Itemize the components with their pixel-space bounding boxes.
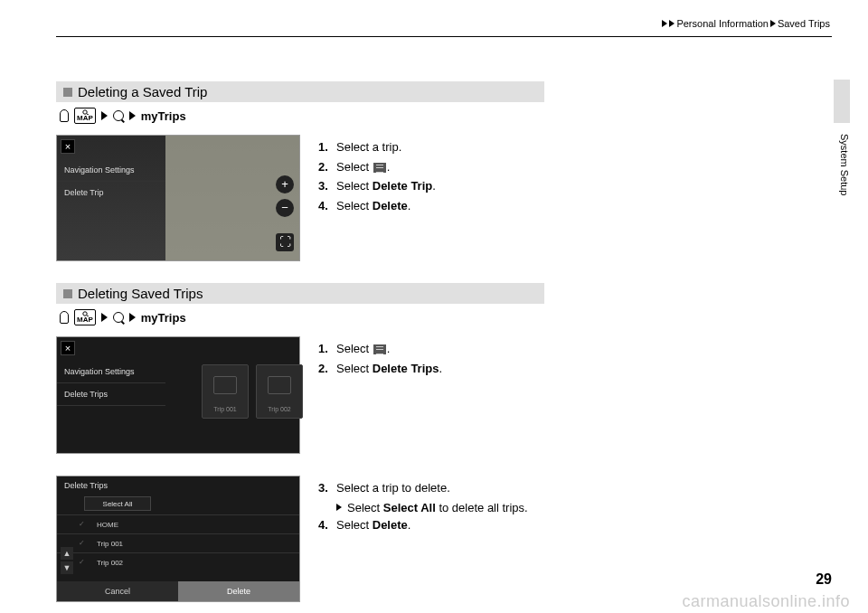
step-text: Select [347,501,383,514]
menu-item: Delete Trips [57,383,165,406]
instructions: 1.Select . 2.Select Delete Trips. [318,336,442,454]
side-tab-indicator [834,80,850,123]
side-tab-label: System Setup [834,127,850,195]
zoom-out-icon: − [276,199,294,217]
select-all-button: Select All [84,496,151,511]
menu-item: Navigation Settings [57,159,165,182]
scroll-arrows: ▲ ▼ [61,547,73,574]
chevron-right-icon [101,111,108,120]
step-bold: Delete Trip [373,179,432,193]
map-label: MAP [77,316,93,324]
trip-card-label: Trip 002 [268,406,290,412]
header-rule [56,36,832,37]
menu-item: Delete Trip [57,182,165,204]
section-title: Deleting Saved Trips [78,286,203,301]
list-item: ✓Trip 001 [57,533,299,552]
step-text: Select [336,518,373,532]
menu-item: Navigation Settings [57,361,165,383]
cancel-button: Cancel [57,581,178,601]
delete-button: Delete [178,581,299,601]
watermark: carmanualsonline.info [682,592,850,611]
step-text: Select [336,342,373,355]
chevron-right-icon [129,313,136,322]
list-item-label: Trip 002 [97,559,123,567]
step-text: Select [336,179,373,193]
map-button-icon: MAP [74,309,96,325]
trip-card: Trip 001 [202,364,249,419]
screenshot-delete-list: Delete Trips Select All ✓HOME ✓Trip 001 … [56,476,300,602]
nav-path: MAP myTrips [60,108,544,124]
step-bold: Delete [373,199,408,212]
chevron-right-icon [770,20,776,27]
step-text: Select a trip. [336,138,401,156]
nav-path: MAP myTrips [60,309,544,325]
breadcrumb-part: Saved Trips [778,18,830,29]
square-bullet-icon [63,289,72,298]
step-bold: Delete [373,518,408,532]
menu-icon [373,163,386,173]
chevron-right-icon [669,20,675,27]
trip-card-label: Trip 001 [213,406,236,412]
mytrips-label: myTrips [141,109,186,123]
chevron-down-icon: ▼ [61,561,73,574]
chevron-right-icon [662,20,667,27]
step-text: Select [336,199,373,212]
screenshot-trip-cards: × Navigation Settings Delete Trips Trip … [56,336,300,454]
section-title: Deleting a Saved Trip [78,84,207,99]
step-bold: Delete Trips [373,362,439,375]
screenshot-delete-trip: × Navigation Settings Delete Trip + − ⛶ [56,135,300,261]
chevron-right-icon [336,504,342,511]
touch-icon [60,311,69,324]
map-button-icon: MAP [74,108,96,124]
step-text: Select [336,362,373,375]
chevron-right-icon [129,111,136,120]
check-icon: ✓ [79,539,88,548]
step-text: . [408,518,411,532]
instructions: 1.Select a trip. 2.Select . 3.Select Del… [318,135,436,261]
step-text: . [439,362,442,375]
zoom-in-icon: + [276,175,294,193]
check-icon: ✓ [79,558,88,567]
list-item: ✓Trip 002 [57,552,299,571]
trip-card: Trip 002 [256,364,303,419]
square-bullet-icon [63,88,72,97]
chevron-right-icon [101,313,108,322]
step-text: to delete all trips. [436,501,528,514]
expand-icon: ⛶ [276,233,294,251]
dialog-title: Delete Trips [57,476,299,495]
step-text: Select a trip to delete. [336,479,450,497]
step-bold: Select All [383,501,436,514]
check-icon: ✓ [79,520,88,529]
list-item-label: HOME [97,521,118,529]
step-text: . [387,160,391,174]
step-text: Select [336,160,373,174]
menu-icon [373,344,386,354]
search-icon [113,110,124,121]
search-icon [113,312,124,323]
section-heading-deleting-a-saved-trip: Deleting a Saved Trip [56,81,544,102]
page-number: 29 [816,571,832,588]
map-label: MAP [77,115,93,122]
chevron-up-icon: ▲ [61,547,73,560]
step-text: . [432,179,436,193]
breadcrumb: Personal Information Saved Trips [662,18,830,29]
step-text: . [408,199,411,212]
list-item-label: Trip 001 [97,540,123,548]
mytrips-label: myTrips [141,311,186,325]
step-text: . [387,342,391,355]
list-item: ✓HOME [57,514,299,533]
touch-icon [60,109,69,122]
instructions: 3.Select a trip to delete. Select Select… [318,476,528,602]
section-heading-deleting-saved-trips: Deleting Saved Trips [56,283,544,304]
breadcrumb-part: Personal Information [676,18,769,29]
